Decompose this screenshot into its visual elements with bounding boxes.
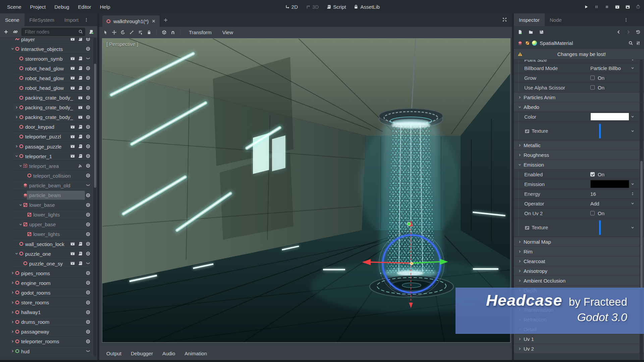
tree-node-particle_beam_old[interactable]: particle_beam_old: [0, 180, 97, 190]
3d-viewport[interactable]: [ Perspective ]: [102, 38, 511, 343]
tree-node-robot_head_glow[interactable]: robot_head_glow: [0, 73, 97, 83]
history-forward-button[interactable]: [626, 29, 631, 35]
script-icon[interactable]: [77, 144, 83, 149]
tree-node-lower_lights[interactable]: lower_lights: [0, 229, 97, 239]
eye-icon[interactable]: [85, 163, 91, 169]
viewport-menu-view[interactable]: View: [219, 29, 237, 35]
section-uv-1[interactable]: Uv 1: [514, 334, 644, 344]
clapper-icon[interactable]: [70, 251, 75, 256]
section-normal-map[interactable]: Normal Map: [514, 237, 644, 247]
eye-icon[interactable]: [85, 222, 91, 227]
eye-icon[interactable]: [85, 95, 91, 100]
lock-node-icon[interactable]: [146, 29, 152, 35]
eye-icon[interactable]: [85, 270, 91, 276]
clapper-icon[interactable]: [70, 261, 75, 266]
object-history-button[interactable]: [635, 29, 641, 35]
move-mode-icon[interactable]: [111, 29, 117, 35]
attach-script-button[interactable]: [88, 28, 95, 35]
clapper-icon[interactable]: [70, 144, 75, 149]
tree-node-storeroom_symb[interactable]: storeroom_symb: [0, 54, 97, 63]
tree-node-upper_base[interactable]: upper_base: [0, 220, 97, 229]
script-icon[interactable]: [77, 66, 83, 71]
eye-icon[interactable]: [85, 280, 91, 286]
tree-node-teleport_collision[interactable]: teleport_collision: [0, 171, 97, 180]
eye-icon[interactable]: [85, 290, 91, 295]
tree-node-lower_lights[interactable]: lower_lights: [0, 210, 97, 220]
eye-icon[interactable]: [85, 339, 91, 344]
inspector-tools-icon[interactable]: [635, 41, 641, 46]
eye-icon[interactable]: [85, 202, 91, 207]
eye-icon[interactable]: [85, 241, 91, 247]
stepper-icon[interactable]: [630, 191, 635, 196]
bottom-tab-output[interactable]: Output: [102, 351, 126, 356]
tab-filesystem[interactable]: FileSystem: [24, 13, 59, 26]
tree-node-hallway1[interactable]: hallway1: [0, 307, 97, 317]
texture-thumbnail[interactable]: [599, 124, 601, 138]
section-albedo[interactable]: Albedo: [514, 102, 644, 112]
tree-node-hud[interactable]: hud: [0, 346, 97, 356]
tree-node-wall_section_lock[interactable]: wall_section_lock: [0, 239, 97, 249]
gizmo-top-handle[interactable]: [407, 222, 411, 226]
eye-icon[interactable]: [85, 85, 91, 90]
script-icon[interactable]: [77, 154, 83, 159]
dock-options-icon[interactable]: [623, 17, 629, 22]
checkbox[interactable]: [590, 85, 595, 90]
new-scene-tab-button[interactable]: [163, 17, 168, 23]
menu-project[interactable]: Project: [26, 2, 50, 12]
tree-node-puzzle_one[interactable]: puzzle_one: [0, 249, 97, 258]
eye-icon[interactable]: [85, 212, 91, 217]
section-roughness[interactable]: Roughness: [514, 150, 644, 160]
perspective-menu[interactable]: [ Perspective ]: [106, 41, 138, 47]
section-metallic[interactable]: Metallic: [514, 140, 644, 150]
scene-tree-scrollbar[interactable]: [93, 38, 97, 357]
pause-button[interactable]: [594, 4, 599, 9]
color-swatch[interactable]: [590, 180, 629, 188]
eye-icon[interactable]: [85, 231, 91, 237]
signal-icon[interactable]: [77, 163, 83, 169]
eye-closed-icon[interactable]: [85, 261, 91, 266]
tree-node-teleport_area[interactable]: teleport_area: [0, 161, 97, 171]
play-scene-button[interactable]: [614, 4, 620, 9]
dropdown-value[interactable]: Add: [590, 201, 599, 206]
instance-scene-button[interactable]: [12, 28, 19, 35]
script-icon[interactable]: [77, 85, 83, 90]
clapper-icon[interactable]: [70, 66, 75, 71]
clapper-icon[interactable]: [70, 85, 75, 90]
section-ambient-occlusion[interactable]: Ambient Occlusion: [514, 276, 644, 286]
tab-scene[interactable]: Scene: [0, 13, 24, 26]
tree-node-puzzle_one_sy[interactable]: puzzle_one_sy: [0, 258, 97, 268]
add-node-button[interactable]: [3, 28, 9, 35]
search-icon[interactable]: [628, 41, 633, 46]
eye-icon[interactable]: [85, 134, 91, 139]
tree-node-teleporter_puzzl[interactable]: teleporter_puzzl: [0, 132, 97, 141]
clapper-icon[interactable]: [70, 154, 75, 159]
load-resource-button[interactable]: [528, 29, 533, 35]
save-resource-button[interactable]: [539, 29, 544, 35]
clapper-icon[interactable]: [70, 38, 75, 42]
eye-icon[interactable]: [85, 124, 91, 129]
spinner-button[interactable]: [635, 4, 641, 9]
clapper-icon[interactable]: [70, 241, 75, 247]
editor-mode-2d[interactable]: 2D: [284, 4, 298, 10]
stop-button[interactable]: [604, 4, 609, 9]
eye-icon[interactable]: [85, 192, 91, 198]
script-icon[interactable]: [77, 38, 83, 42]
script-icon[interactable]: [77, 261, 83, 266]
tree-node-passage_puzzle[interactable]: passage_puzzle: [0, 141, 97, 151]
tree-node-drums_room[interactable]: drums_room: [0, 317, 97, 327]
editor-mode-3d[interactable]: 3D: [305, 4, 319, 10]
tree-node-engine_room[interactable]: engine_room: [0, 278, 97, 288]
clapper-icon[interactable]: [77, 105, 83, 110]
color-swatch[interactable]: [590, 113, 629, 121]
tab-inspector[interactable]: Inspector: [514, 13, 545, 26]
eye-icon[interactable]: [85, 309, 91, 315]
tree-node-interactive_objects[interactable]: interactive_objects: [0, 44, 97, 54]
play-custom-button[interactable]: [625, 4, 630, 9]
script-icon[interactable]: [77, 75, 83, 81]
eye-icon[interactable]: [85, 329, 91, 334]
eye-icon[interactable]: [85, 46, 91, 52]
script-icon[interactable]: [77, 134, 83, 139]
menu-help[interactable]: Help: [96, 2, 115, 12]
snap-toggle-icon[interactable]: [170, 29, 175, 35]
editor-mode-assetlib[interactable]: AssetLib: [354, 4, 380, 10]
